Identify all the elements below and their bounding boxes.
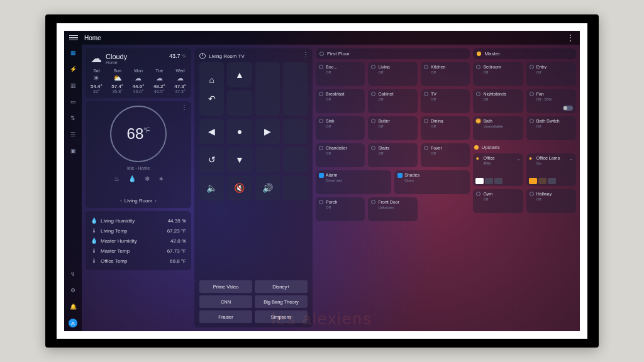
weather-card[interactable]: ☁ Cloudy Home 43.7 °F Sat☀ 54.4°32° Sun⛅… [86,48,191,98]
remote-blank-6[interactable] [283,147,308,172]
remote-undo-button[interactable]: ↺ [199,147,224,172]
remote-ok-button[interactable]: ● [227,119,252,144]
sidebar-dashboard-icon[interactable]: ▦ [69,48,77,57]
power-icon[interactable] [199,53,206,59]
first-floor-header[interactable]: First Floor [316,48,470,59]
sidebar-settings-icon[interactable]: ⚙ [69,286,77,295]
sidebar-map-icon[interactable]: ▥ [69,81,77,90]
upstairs-header[interactable]: Upstairs [473,143,576,150]
topbar-more-icon[interactable]: ⋮ [567,33,575,42]
sensor-value: 42.0 % [170,238,186,244]
device-tile[interactable]: Bath Unavailable [473,116,523,140]
device-tile[interactable]: Breakfast Off [316,89,365,113]
tile-state: Off [326,206,331,209]
thermostat-more-icon[interactable]: ⋮ [181,104,187,111]
sensor-row[interactable]: 🌡 Office Temp 69.8 °F [91,256,186,266]
remote-left-button[interactable]: ◀ [199,119,224,144]
color-swatch[interactable] [529,178,537,184]
device-tile[interactable]: Gym Off [473,189,523,213]
remote-shortcut[interactable]: CNN [199,295,252,308]
remote-shortcut[interactable]: Simpsons [255,310,308,323]
sensor-row[interactable]: 💧 Living Humidity 44.35 % [91,216,186,226]
device-tile[interactable]: TV Off [421,89,470,113]
device-tile[interactable]: Entry Off [526,62,576,86]
forecast-day[interactable]: Tue☁ 48.2°46.5° [153,69,165,94]
tile-name: Foyer [431,146,442,150]
forecast-day[interactable]: Wed☁ 47.3°47.3° [174,69,186,94]
sidebar-calendar-icon[interactable]: ▭ [69,97,77,106]
sidebar-devtools-icon[interactable]: ⇅ [69,114,77,123]
remote-blank-5[interactable] [255,147,280,172]
device-tile[interactable]: Stairs Off [368,143,417,167]
fan-icon: ✶ [158,175,164,182]
remote-home-back-button[interactable]: ⌂↶ [199,62,224,116]
forecast-day[interactable]: Mon☁ 44.6°46.6° [133,69,145,94]
forecast-day[interactable]: Sat☀ 54.4°32° [91,69,103,94]
device-tile[interactable]: Foyer Off [421,143,470,167]
sidebar-tools-icon[interactable]: ↯ [69,270,77,278]
device-tile[interactable]: Bedroom Off [473,62,523,86]
device-tile[interactable]: Kitchen Off [421,62,470,86]
sidebar-energy-icon[interactable]: ⚡ [69,65,77,74]
color-swatch[interactable] [485,178,493,184]
sidebar-notifications-icon[interactable]: 🔔 [69,302,77,311]
tile-name: Bedroom [483,65,501,69]
device-tile[interactable]: Cabinet Off [368,89,417,113]
sensor-row[interactable]: 🌡 Master Temp 67.73 °F [91,246,186,256]
thermostat-dial[interactable]: 68°F [110,106,167,162]
device-tile[interactable]: Fan Off · 50% [526,89,576,113]
remote-blank-2[interactable] [283,62,308,116]
remote-blank-4[interactable] [283,119,308,144]
sidebar-media-icon[interactable]: ▣ [69,146,77,155]
office-light-tile[interactable]: ● Office 48% ⌄ [473,153,523,186]
remote-shortcut[interactable]: Big Bang Theory [255,295,308,308]
remote-shortcut[interactable]: Fraiser [199,310,252,323]
color-swatch[interactable] [494,178,502,184]
color-swatch[interactable] [548,178,556,184]
thermostat-room-selector[interactable]: Living Room [120,198,157,204]
device-tile[interactable]: Porch Off [316,197,365,221]
sensor-row[interactable]: 🌡 Living Temp 67.23 °F [91,226,186,236]
remote-blank-1[interactable] [255,62,280,116]
color-swatch[interactable] [475,178,484,184]
master-header[interactable]: Master [473,48,576,59]
sensor-name: Office Temp [101,258,127,264]
device-tile[interactable]: Boo... Off [316,62,365,86]
forecast-day[interactable]: Sun⛅ 57.4°35.8° [111,69,123,94]
remote-mute-button[interactable]: 🔇 [227,175,252,200]
device-tile[interactable]: Living Off [368,62,417,86]
remote-up-button[interactable]: ▲ [227,62,252,87]
remote-card: Living Room TV ⋮ ⌂↶ ▲ ◀ ● [194,48,313,327]
remote-more-icon[interactable]: ⋮ [303,51,309,58]
shades-tile[interactable]: Shades Open [394,170,470,194]
device-tile[interactable]: Sink Off [316,116,365,140]
remote-blank-7[interactable] [283,175,308,200]
thermostat-card[interactable]: ⋮ 68°F Idle - Home ♨💧❄✶ Living Room [86,101,191,208]
thermostat-mode-icons[interactable]: ♨💧❄✶ [114,175,164,182]
toggle-switch[interactable] [563,106,573,111]
device-tile[interactable]: Bath Switch Off [526,116,576,140]
color-swatch[interactable] [538,178,547,184]
sensor-row[interactable]: 💧 Master Humidity 42.0 % [91,236,186,246]
remote-blank-3[interactable] [227,90,252,116]
device-tile[interactable]: Chandelier Off [316,143,365,167]
sidebar-account-badge[interactable]: A [69,319,77,327]
office-lamp-tile[interactable]: ● Office Lamp On ⌄ [526,153,576,186]
remote-vol-up-button[interactable]: 🔊 [255,175,280,200]
alarm-tile[interactable]: Alarm Disarmed [316,170,391,194]
remote-shortcut[interactable]: Prime Video [199,280,252,293]
remote-vol-down-button[interactable]: 🔈 [199,175,224,200]
remote-right-button[interactable]: ▶ [255,119,280,144]
remote-down-button[interactable]: ▼ [227,147,252,172]
device-tile[interactable]: Nightstands Off [473,89,523,113]
remote-shortcut[interactable]: Disney+ [255,280,308,293]
hamburger-icon[interactable] [69,35,78,41]
device-tile[interactable]: Hallway Off [526,189,576,213]
tile-state: Off [483,97,488,101]
tile-name: Stairs [378,146,389,150]
device-tile[interactable]: Butler Off [368,116,417,140]
device-tile[interactable]: Front Door Unknown [368,197,417,221]
device-tile[interactable]: Dining Off [421,116,470,140]
sidebar-list-icon[interactable]: ☰ [69,130,77,139]
bulb-icon [424,146,428,150]
